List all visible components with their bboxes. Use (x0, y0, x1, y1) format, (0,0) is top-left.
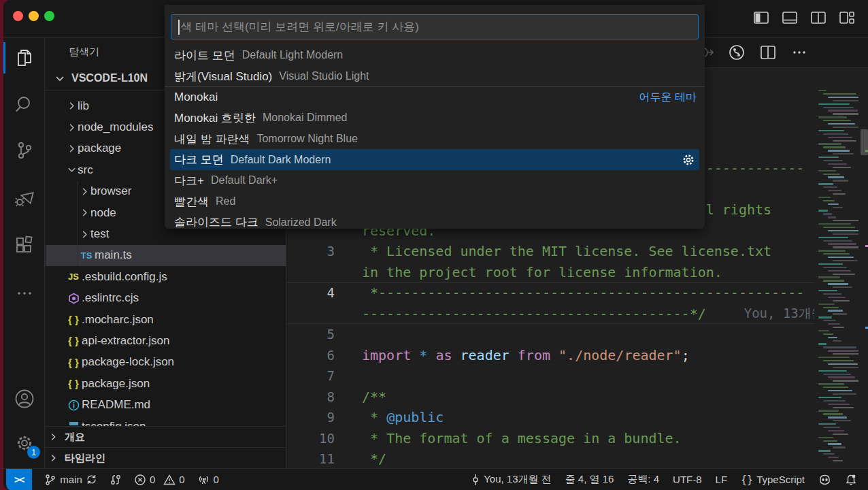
tree-item-readme-md[interactable]: README.md (46, 394, 286, 415)
quickpick-item[interactable]: 다크+Default Dark+ (165, 170, 705, 191)
status-bar: >< main 0 0 0 You, 13개월 (3, 468, 868, 490)
toggle-panel-icon[interactable] (781, 9, 799, 27)
compare-changes-item[interactable] (110, 474, 122, 486)
indent-guide (78, 181, 78, 267)
quickpick-item-label: 라이트 모던 (174, 48, 235, 63)
timeline-section-header[interactable]: 타임라인 (46, 447, 286, 468)
configure-theme-gear-icon[interactable] (682, 153, 695, 167)
timeline-section-label: 타임라인 (65, 452, 105, 465)
quickpick-item-label: 내일 밤 파란색 (174, 131, 250, 147)
tree-item-label: .mocharc.json (82, 313, 154, 327)
account-icon[interactable] (3, 382, 45, 416)
vscode-window: 1 탐색기 VSCODE-L10N libnode_modulespackage… (3, 0, 868, 490)
json-file-icon: { } (65, 335, 82, 346)
quickpick-item[interactable]: Monokai어두운 테마 (165, 86, 705, 108)
quickpick-item[interactable]: 다크 모던Default Dark Modern (170, 149, 699, 170)
minimap[interactable] (814, 87, 858, 468)
chevron-right-icon (78, 186, 90, 197)
json-file-icon: { } (65, 378, 82, 389)
code-line: 6import * as reader from "./node/reader"… (287, 345, 814, 366)
quickpick-item[interactable]: 밝게(Visual Studio)Visual Studio Light (165, 66, 705, 87)
close-window-button[interactable] (13, 11, 23, 21)
quickpick-item[interactable]: Monokai 흐릿한Monokai Dimmed (165, 108, 705, 129)
problems-item[interactable]: 0 0 (134, 474, 185, 486)
code-line: 9 * @public (287, 407, 814, 428)
additional-views-icon[interactable] (3, 276, 45, 310)
tree-item-api-extractor-json[interactable]: { }api-extractor.json (46, 330, 286, 351)
line-number: 10 (287, 431, 335, 446)
indentation-item[interactable]: 공백: 4 (627, 473, 659, 486)
toggle-secondary-sidebar-icon[interactable] (809, 9, 827, 27)
sidebar-title: 탐색기 (69, 46, 99, 59)
code-line: in the project root for license informat… (287, 262, 814, 283)
code-line: 5 (287, 324, 814, 345)
quickpick-input[interactable]: 색 테마 선택(미리 보려면 위로/아래로 키 사용) (171, 14, 699, 39)
eol-item[interactable]: LF (716, 474, 728, 485)
outline-section-header[interactable]: 개요 (46, 426, 286, 447)
text-caret (178, 20, 180, 35)
tree-item-package-json[interactable]: { }package.json (46, 373, 286, 394)
broadcast-icon (197, 474, 210, 486)
blame-label: You, 13개월 전 (484, 473, 552, 486)
run-and-debug-icon[interactable] (3, 181, 45, 215)
tree-item-tsconfig-json[interactable]: tsconfig.json (46, 416, 286, 426)
tree-item-label: package-lock.json (82, 355, 174, 369)
quickpick-item[interactable]: 솔라이즈드 다크Solarized Dark (165, 212, 705, 229)
source-control-graph-icon[interactable] (728, 44, 746, 64)
copilot-icon (818, 474, 831, 486)
json-file-icon: { } (65, 314, 82, 325)
quickpick-item[interactable]: 라이트 모던Default Light Modern (165, 45, 705, 66)
code-line: 4 *-------------------------------------… (287, 282, 814, 304)
overview-ruler-mark (865, 150, 868, 152)
code-line: 10 * The format of a message in a bundle… (287, 428, 814, 449)
language-mode-item[interactable]: {} TypeScript (741, 474, 805, 486)
encoding-item[interactable]: UTF-8 (673, 474, 702, 485)
errors-icon (134, 474, 146, 486)
tree-item-main-ts[interactable]: TSmain.ts (46, 245, 286, 266)
quickpick-item-label: 다크 모던 (174, 152, 224, 167)
explorer-icon[interactable] (3, 41, 45, 75)
minimize-window-button[interactable] (29, 11, 39, 21)
quickpick-item[interactable]: 빨간색Red (165, 191, 705, 212)
tree-item-label: main.ts (95, 248, 132, 262)
editor-scrollbar[interactable] (861, 68, 868, 468)
notifications-item[interactable] (845, 474, 857, 486)
tree-item-label: .esbuild.config.js (82, 270, 167, 284)
outline-section-label: 개요 (65, 431, 85, 444)
search-icon[interactable] (3, 87, 45, 121)
quickpick-item-label: 밝게(Visual Studio) (174, 69, 272, 84)
warnings-count: 0 (179, 474, 184, 485)
remote-indicator-label: >< (14, 474, 24, 485)
chevron-right-icon (78, 229, 90, 240)
source-control-icon[interactable] (3, 133, 45, 167)
settings-gear-icon[interactable]: 1 (3, 426, 45, 460)
tree-item-label: .eslintrc.cjs (82, 291, 139, 305)
git-blame-item[interactable]: You, 13개월 전 (471, 473, 552, 486)
git-branch-item[interactable]: main (44, 474, 97, 486)
quickpick-item-description: Red (216, 195, 235, 208)
more-actions-icon[interactable] (790, 44, 808, 64)
copilot-item[interactable] (818, 474, 831, 486)
line-number: 9 (287, 410, 335, 425)
extensions-icon[interactable] (3, 229, 45, 263)
line-number: 3 (287, 244, 335, 259)
customize-layout-icon[interactable] (838, 9, 856, 27)
ports-item[interactable]: 0 (197, 474, 219, 486)
toggle-primary-sidebar-icon[interactable] (752, 9, 770, 27)
zoom-window-button[interactable] (44, 11, 54, 21)
quickpick-item-description: Default Dark Modern (231, 154, 331, 166)
quickpick-item-label: 빨간색 (174, 194, 209, 210)
tree-item-label: README.md (82, 398, 150, 412)
cursor-position-item[interactable]: 줄 4, 열 16 (565, 473, 614, 486)
split-editor-icon[interactable] (759, 44, 777, 64)
quickpick-item-description: Default Light Modern (242, 49, 344, 61)
tree-item--mocharc-json[interactable]: { }.mocharc.json (46, 309, 286, 330)
remote-indicator[interactable]: >< (6, 469, 32, 490)
quickpick-item-description: Solarized Dark (265, 216, 337, 229)
line-number: 7 (287, 368, 335, 383)
tree-item-package-lock-json[interactable]: { }package-lock.json (46, 352, 286, 373)
tree-item--eslintrc-cjs[interactable]: .eslintrc.cjs (46, 288, 286, 309)
quickpick-item-label: Monokai 흐릿한 (174, 110, 256, 126)
quickpick-item[interactable]: 내일 밤 파란색Tomorrow Night Blue (165, 129, 705, 150)
tree-item--esbuild-config-js[interactable]: JS.esbuild.config.js (46, 266, 286, 287)
